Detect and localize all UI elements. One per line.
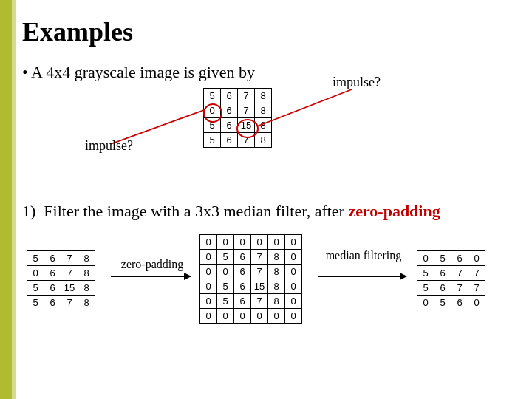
cell: 6 [221, 133, 238, 148]
question-number: 1) [22, 202, 35, 220]
matrix-4x4: 56780678561585678 [27, 250, 95, 310]
cell: 6 [434, 266, 451, 281]
cell: 6 [44, 281, 61, 296]
cell: 0 [27, 266, 44, 281]
cell: 0 [204, 103, 221, 118]
cell: 0 [285, 235, 302, 250]
cell: 8 [255, 133, 272, 148]
cell: 0 [200, 294, 217, 309]
cell: 7 [468, 266, 485, 281]
cell: 5 [434, 296, 451, 310]
median-filtering-text: median filtering [326, 249, 402, 262]
impulse-label-left: impulse? [85, 138, 133, 154]
cell: 0 [251, 309, 268, 324]
matrix-result: 0560567756770560 [417, 250, 485, 310]
cell: 0 [200, 279, 217, 294]
cell: 8 [268, 250, 285, 265]
zero-padding-highlight: zero-padding [348, 202, 440, 220]
cell: 6 [221, 89, 238, 103]
cell: 5 [217, 279, 234, 294]
cell: 6 [234, 294, 251, 309]
cell: 8 [78, 251, 95, 266]
arrow-median [318, 276, 406, 277]
cell: 7 [61, 296, 78, 310]
cell: 0 [217, 309, 234, 324]
cell: 5 [217, 250, 234, 265]
cell: 6 [434, 281, 451, 296]
cell: 5 [204, 89, 221, 103]
cell: 15 [251, 279, 268, 294]
cell: 8 [78, 281, 95, 296]
cell: 8 [268, 294, 285, 309]
cell: 5 [27, 296, 44, 310]
cell: 6 [221, 118, 238, 133]
cell: 7 [238, 103, 255, 118]
cell: 0 [234, 309, 251, 324]
cell: 8 [78, 266, 95, 281]
cell: 8 [268, 279, 285, 294]
cell: 7 [451, 266, 468, 281]
bullet-text: • A 4x4 grayscale image is given by [22, 63, 525, 82]
cell: 6 [221, 103, 238, 118]
cell: 0 [217, 235, 234, 250]
sidebar-accent [0, 0, 12, 399]
question-body: Filter the image with a 3x3 median filte… [44, 202, 348, 220]
cell: 7 [468, 281, 485, 296]
impulse-label-right: impulse? [332, 75, 381, 90]
cell: 7 [251, 265, 268, 279]
cell: 6 [234, 265, 251, 279]
cell: 5 [27, 251, 44, 266]
cell: 6 [451, 296, 468, 310]
title-underline [22, 52, 510, 52]
cell: 7 [61, 266, 78, 281]
cell: 0 [468, 251, 485, 266]
cell: 0 [285, 294, 302, 309]
arrow-zero-padding [111, 276, 191, 277]
cell: 6 [451, 251, 468, 266]
cell: 7 [251, 250, 268, 265]
cell: 0 [268, 235, 285, 250]
cell: 6 [44, 296, 61, 310]
input-matrix: 56780678561585678 [203, 88, 272, 148]
cell: 0 [285, 279, 302, 294]
question-text: 1) Filter the image with a 3x3 median fi… [22, 202, 525, 221]
bottom-section: 56780678561585678 zero-padding 000000056… [22, 230, 525, 363]
cell: 0 [417, 296, 434, 310]
cell: 5 [217, 294, 234, 309]
cell: 7 [251, 294, 268, 309]
cell: 0 [468, 296, 485, 310]
cell: 8 [255, 118, 272, 133]
cell: 5 [417, 281, 434, 296]
cell: 6 [234, 250, 251, 265]
zero-padding-label: zero-padding [108, 258, 197, 271]
cell: 7 [238, 89, 255, 103]
cell: 0 [200, 250, 217, 265]
cell: 5 [204, 133, 221, 148]
cell: 0 [200, 265, 217, 279]
cell: 15 [238, 118, 255, 133]
cell: 0 [268, 309, 285, 324]
cell: 5 [434, 251, 451, 266]
cell: 7 [451, 281, 468, 296]
cell: 5 [417, 266, 434, 281]
cell: 6 [44, 251, 61, 266]
cell: 0 [285, 250, 302, 265]
cell: 5 [27, 281, 44, 296]
cell: 8 [255, 103, 272, 118]
median-filtering-label: median filtering [319, 249, 408, 262]
cell: 15 [61, 281, 78, 296]
cell: 0 [417, 251, 434, 266]
top-section: 56780678561585678 impulse? impulse? [22, 88, 525, 199]
cell: 8 [255, 89, 272, 103]
cell: 6 [44, 266, 61, 281]
cell: 0 [251, 235, 268, 250]
cell: 6 [234, 279, 251, 294]
cell: 8 [78, 296, 95, 310]
cell: 0 [234, 235, 251, 250]
matrix-padded: 0000000567800067800561580056780000000 [200, 234, 302, 324]
cell: 0 [285, 265, 302, 279]
cell: 7 [61, 251, 78, 266]
cell: 0 [285, 309, 302, 324]
cell: 0 [217, 265, 234, 279]
cell: 0 [200, 235, 217, 250]
